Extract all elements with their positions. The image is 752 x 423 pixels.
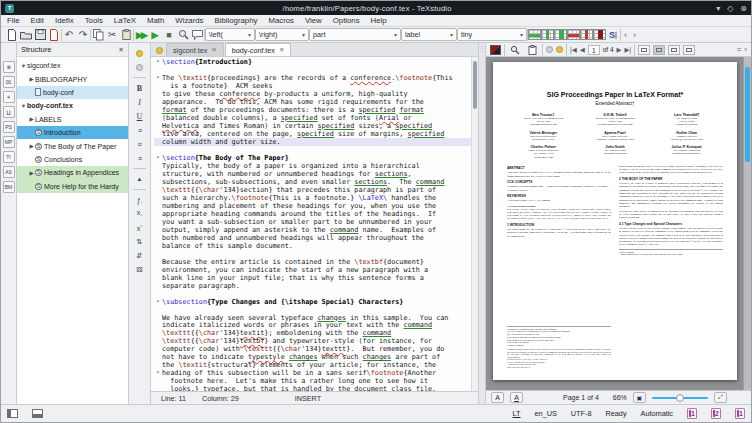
next-page-button[interactable]: ▶ [617, 46, 622, 54]
editor-line[interactable]: such a hierarchy.\footnote{This is a foo… [154, 194, 471, 202]
fit-width-icon[interactable] [653, 45, 665, 55]
fullscreen-icon[interactable]: ⤢ [714, 392, 727, 403]
menu-item-wizards[interactable]: Wizards [175, 16, 203, 25]
expand-icon[interactable]: ▶ [28, 170, 35, 176]
panel-icon-8[interactable]: BM [3, 181, 15, 193]
status-ready[interactable]: Ready [605, 409, 626, 418]
editor-line[interactable]: (balanced double columns), a specified s… [154, 114, 471, 122]
zoom-reset-icon[interactable]: ▣ [633, 392, 646, 403]
close-file-icon[interactable] [47, 28, 61, 41]
marker-yellow-icon[interactable] [556, 46, 563, 53]
editor-line[interactable]: ▾\section{Introduction} [154, 58, 471, 66]
editor-line[interactable]: both numbered and unnumbered headings wi… [154, 234, 471, 242]
cut-icon[interactable]: ✂ [105, 28, 119, 41]
frac-icon[interactable]: ⇅ [132, 236, 147, 248]
page-number-input[interactable]: 1 [588, 45, 600, 55]
status-utf-8[interactable]: UTF-8 [571, 409, 592, 418]
compile-icon[interactable] [490, 45, 501, 55]
structure-item-body-conf[interactable]: body-conf [17, 86, 128, 99]
view-pdf-icon[interactable] [176, 28, 190, 41]
copy-icon[interactable] [91, 28, 105, 41]
minimize-icon[interactable]: ▾ [716, 4, 720, 13]
editor-line[interactable] [154, 306, 471, 314]
tab-sigconf-tex[interactable]: sigconf.tex✕ [166, 43, 224, 56]
panel-icon-4[interactable]: PS [3, 121, 15, 133]
editor-line[interactable]: ▾The \textit{proceedings} are the record… [154, 74, 471, 82]
original-size-icon[interactable] [683, 45, 695, 55]
align-left-icon[interactable]: ≡ [132, 124, 147, 136]
align-right-icon[interactable]: ≡ [132, 152, 147, 164]
binom-icon[interactable]: ⇵ [132, 250, 147, 262]
editor-line[interactable]: \texttt{{\char'134}section} that precede… [154, 186, 471, 194]
status-automatic[interactable]: Automatic [641, 409, 673, 418]
editor-line[interactable]: the \textit{structural} elements of your… [154, 361, 471, 369]
editor-line[interactable]: balance of this sample document. [154, 242, 471, 250]
align-columns-icon[interactable]: S| [606, 28, 620, 41]
menu-item-options[interactable]: Options [333, 16, 360, 25]
tab-corner-button[interactable] [153, 44, 165, 56]
fold-marker-icon[interactable]: ▾ [154, 298, 162, 306]
fold-marker-icon[interactable]: ▾ [154, 369, 162, 377]
last-page-button[interactable]: ▶| [625, 46, 632, 54]
editor-line[interactable]: structure, with numbered or unnumbered h… [154, 170, 471, 178]
italic-icon[interactable]: I [132, 96, 147, 108]
splitter-handle[interactable]: ⋮ [478, 43, 486, 404]
panel-icon-0[interactable]: ≣ [3, 61, 15, 73]
zoom-slider-knob[interactable] [676, 394, 684, 402]
panel-icon-3[interactable]: ∐ [3, 106, 15, 118]
pdf-scrollbar-thumb[interactable] [745, 67, 750, 162]
dropdown-sectioning[interactable]: part▾ [309, 28, 401, 41]
editor-line[interactable]: Helvetica and Times Roman) in certain sp… [154, 122, 471, 130]
editor-line[interactable] [154, 146, 471, 154]
remove-row-icon[interactable] [567, 29, 580, 40]
align-center-icon[interactable]: ≡ [132, 138, 147, 150]
dropdown-left[interactable]: \left(▾ [205, 28, 255, 41]
structure-item-body-conf-tex[interactable]: ▼body-conf.tex [17, 99, 128, 112]
editor-line[interactable] [154, 66, 471, 74]
editor-line[interactable]: looks.} typeface, but that is handled by… [154, 385, 471, 391]
underline-icon[interactable]: U [132, 110, 147, 122]
structure-item-headings-in-appendices[interactable]: ▶SHeadings in Appendices [17, 166, 128, 179]
tab-body-conf-tex[interactable]: body-conf.tex✕ [225, 43, 292, 56]
structure-item-conclusions[interactable]: SConclusions [17, 153, 128, 166]
collapse-icon[interactable]: ▼ [20, 103, 27, 109]
close-structure-icon[interactable]: ✕ [118, 46, 124, 54]
editor-line[interactable]: environment, you can indicate the start … [154, 266, 471, 274]
expand-icon[interactable]: ▶ [28, 116, 35, 122]
menu-item-view[interactable]: View [305, 16, 322, 25]
panel-icon-5[interactable]: MP [3, 136, 15, 148]
bold-icon[interactable]: B [132, 82, 147, 94]
bookmark-yellow-icon[interactable] [132, 47, 147, 59]
editor-line[interactable]: format of the proceedings documents: the… [154, 106, 471, 114]
editor-line[interactable]: Typically, the body of a paper is organi… [154, 162, 471, 170]
pdf-clipboard-icon[interactable] [525, 43, 539, 56]
paste-icon[interactable] [119, 28, 133, 41]
editor-line[interactable]: output, simply append an asterisk to the… [154, 226, 471, 234]
panel-icon-1[interactable]: ⌧ [3, 76, 15, 88]
editor-line[interactable]: column width and gutter size. [154, 138, 471, 146]
menu-item-edit[interactable]: Edit [31, 16, 44, 25]
next-document-icon[interactable]: › [630, 30, 639, 40]
editor-line[interactable]: you want a sub-subsection or smaller par… [154, 218, 471, 226]
pdf-magnifier-icon[interactable] [508, 43, 522, 56]
editor-line[interactable]: numbering and placement of these heading… [154, 202, 471, 210]
compile-icon[interactable]: ▶ [148, 28, 162, 41]
subscript-icon[interactable]: x▫ [132, 208, 147, 220]
menu-item-file[interactable]: File [7, 16, 20, 25]
expand-icon[interactable]: ▶ [28, 143, 35, 149]
editor[interactable]: ▾\section{Introduction} ▾The \textit{pro… [151, 57, 478, 391]
menu-item-idefix[interactable]: Idefix [55, 16, 74, 25]
panel-icon-7[interactable]: AS [3, 166, 15, 178]
structure-item-bibliography[interactable]: ▶BIBLIOGRAPHY [17, 72, 128, 85]
menu-item-tools[interactable]: Tools [85, 16, 103, 25]
save-icon[interactable] [33, 28, 47, 41]
pdf-menu-icon[interactable]: = [737, 45, 742, 54]
dropdown-references[interactable]: label▾ [401, 28, 457, 41]
menu-item-macros[interactable]: Macros [268, 16, 294, 25]
editor-line[interactable]: computer code) with \texttt{{\char'134}t… [154, 345, 471, 353]
editor-line[interactable]: We have already seen several typeface ch… [154, 314, 471, 322]
fit-window-icon[interactable] [638, 45, 650, 55]
status-lt[interactable]: LT [512, 409, 520, 418]
editor-line[interactable]: ▾\subsection{Type Changes and {\itshape … [154, 298, 471, 306]
structure-item-sigconf-tex[interactable]: ▼sigconf.tex [17, 59, 128, 72]
